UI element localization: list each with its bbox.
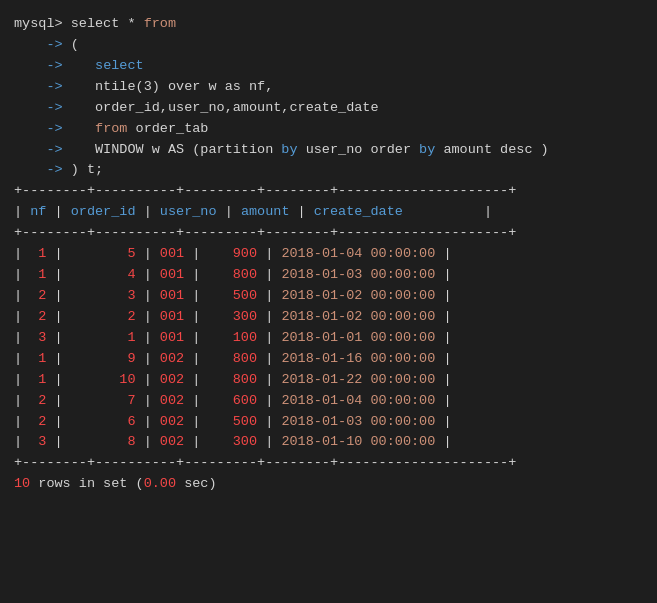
query-line-2: -> ( bbox=[14, 35, 643, 56]
keyword-by1: by bbox=[281, 140, 297, 161]
keyword-select: select bbox=[95, 56, 144, 77]
query-line-6: -> from order_tab bbox=[14, 119, 643, 140]
query-line-3: -> select bbox=[14, 56, 643, 77]
terminal: mysql> select * from -> ( -> select -> n… bbox=[10, 8, 647, 501]
row-count: 10 bbox=[14, 474, 30, 495]
table-row: | 1 | 9 | 002 | 800 | 2018-01-16 00:00:0… bbox=[14, 349, 643, 370]
arrow: -> bbox=[14, 35, 71, 56]
query-line-4: -> ntile(3) over w as nf, bbox=[14, 77, 643, 98]
query-line-5: -> order_id,user_no,amount,create_date bbox=[14, 98, 643, 119]
table-row: | 2 | 2 | 001 | 300 | 2018-01-02 00:00:0… bbox=[14, 307, 643, 328]
arrow: -> bbox=[14, 77, 71, 98]
table-row: | 1 | 4 | 001 | 800 | 2018-01-03 00:00:0… bbox=[14, 265, 643, 286]
query-line-8: -> ) t; bbox=[14, 160, 643, 181]
table-header: | nf | order_id | user_no | amount | cre… bbox=[14, 202, 643, 223]
query-line-7: -> WINDOW w AS (partition by user_no ord… bbox=[14, 140, 643, 161]
table-row: | 2 | 7 | 002 | 600 | 2018-01-04 00:00:0… bbox=[14, 391, 643, 412]
keyword-from2: from bbox=[95, 119, 127, 140]
query-text: select * bbox=[71, 14, 144, 35]
table-row: | 2 | 3 | 001 | 500 | 2018-01-02 00:00:0… bbox=[14, 286, 643, 307]
table-row: | 3 | 8 | 002 | 300 | 2018-01-10 00:00:0… bbox=[14, 432, 643, 453]
table-row: | 1 | 5 | 001 | 900 | 2018-01-04 00:00:0… bbox=[14, 244, 643, 265]
result-footer: 10 rows in set (0.00 sec) bbox=[14, 474, 643, 495]
table-divider-top: +--------+----------+---------+--------+… bbox=[14, 181, 643, 202]
arrow: -> bbox=[14, 160, 71, 181]
prompt: mysql> bbox=[14, 14, 71, 35]
table-row: | 3 | 1 | 001 | 100 | 2018-01-01 00:00:0… bbox=[14, 328, 643, 349]
table-row: | 2 | 6 | 002 | 500 | 2018-01-03 00:00:0… bbox=[14, 412, 643, 433]
table-divider-bottom: +--------+----------+---------+--------+… bbox=[14, 453, 643, 474]
arrow: -> bbox=[14, 56, 71, 77]
keyword-by2: by bbox=[419, 140, 435, 161]
table-row: | 1 | 10 | 002 | 800 | 2018-01-22 00:00:… bbox=[14, 370, 643, 391]
table-divider-header: +--------+----------+---------+--------+… bbox=[14, 223, 643, 244]
arrow: -> bbox=[14, 98, 71, 119]
arrow: -> bbox=[14, 119, 71, 140]
arrow: -> bbox=[14, 140, 71, 161]
keyword-from: from bbox=[144, 14, 176, 35]
query-time: 0.00 bbox=[144, 474, 176, 495]
query-line-1: mysql> select * from bbox=[14, 14, 643, 35]
